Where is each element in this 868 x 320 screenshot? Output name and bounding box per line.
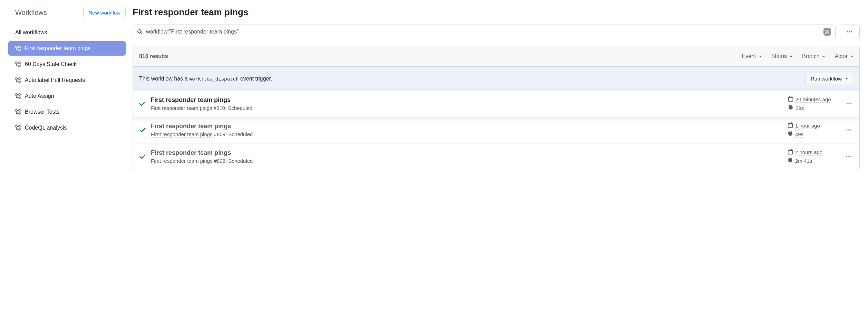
run-workflow-name: First responder team pings bbox=[151, 158, 212, 164]
workflow-icon bbox=[15, 62, 21, 67]
results-panel: 810 results Event Status Branch Actor Th… bbox=[133, 46, 860, 170]
run-title: First responder team pings bbox=[151, 96, 783, 104]
workflow-icon bbox=[15, 93, 21, 99]
sidebar-item-label: CodeQL analysis bbox=[25, 125, 67, 131]
check-icon bbox=[139, 126, 146, 133]
run-menu-button[interactable] bbox=[845, 99, 853, 108]
sidebar-workflow-item[interactable]: First responder team pings bbox=[8, 41, 126, 56]
sidebar-item-label: First responder team pings bbox=[25, 45, 90, 51]
run-workflow-button[interactable]: Run workflow bbox=[806, 73, 853, 84]
run-row[interactable]: First responder team pingsFirst responde… bbox=[133, 91, 860, 117]
svg-rect-13 bbox=[19, 110, 20, 111]
svg-rect-14 bbox=[19, 113, 20, 114]
svg-point-28 bbox=[848, 156, 849, 157]
sidebar-item-label: Browser Tests bbox=[25, 109, 59, 115]
run-row[interactable]: First responder team pingsFirst responde… bbox=[133, 143, 859, 170]
svg-rect-15 bbox=[16, 125, 17, 127]
workflow-icon bbox=[15, 46, 21, 51]
workflow-icon bbox=[15, 77, 21, 83]
svg-rect-5 bbox=[19, 65, 20, 67]
run-body: First responder team pingsFirst responde… bbox=[151, 123, 783, 137]
run-body: First responder team pingsFirst responde… bbox=[151, 149, 783, 164]
page-title: First responder team pings bbox=[133, 7, 860, 18]
svg-point-26 bbox=[850, 129, 851, 130]
sidebar-workflow-item[interactable]: 60 Days Stale Check bbox=[8, 57, 126, 72]
run-body: First responder team pingsFirst responde… bbox=[151, 96, 783, 111]
run-subtitle: First responder team pings #808: Schedul… bbox=[151, 158, 783, 164]
stopwatch-icon bbox=[788, 158, 793, 164]
workflow-menu-button[interactable] bbox=[840, 25, 860, 39]
run-time-ago: 1 hour ago bbox=[795, 123, 820, 129]
filter-branch[interactable]: Branch bbox=[802, 53, 825, 59]
workflow-icon bbox=[15, 125, 21, 131]
filter-actor[interactable]: Actor bbox=[835, 53, 853, 59]
run-duration: 49s bbox=[795, 131, 803, 138]
svg-point-22 bbox=[848, 103, 849, 104]
run-suffix: #809: Scheduled bbox=[212, 131, 253, 137]
sidebar-workflow-item[interactable]: CodeQL analysis bbox=[8, 121, 126, 135]
run-meta: 1 hour ago49s bbox=[788, 122, 839, 138]
new-workflow-button[interactable]: New workflow bbox=[83, 7, 126, 18]
run-menu-button[interactable] bbox=[844, 125, 853, 134]
results-count: 810 results bbox=[139, 53, 168, 59]
run-time-ago: 20 minutes ago bbox=[795, 96, 831, 103]
sidebar-item-label: Auto Assign bbox=[25, 93, 54, 99]
sidebar-item-all-workflows[interactable]: All workflows bbox=[8, 25, 126, 40]
sidebar-item-label: All workflows bbox=[15, 29, 47, 36]
run-meta: 20 minutes ago29s bbox=[788, 96, 840, 111]
stopwatch-icon bbox=[788, 105, 793, 111]
calendar-icon bbox=[788, 149, 793, 156]
dispatch-text-suffix: event trigger. bbox=[240, 76, 272, 82]
sidebar: Workflows New workflow All workflows Fir… bbox=[8, 7, 133, 170]
svg-point-24 bbox=[846, 129, 847, 130]
sidebar-title: Workflows bbox=[15, 9, 47, 17]
stopwatch-icon bbox=[788, 131, 793, 138]
run-subtitle: First responder team pings #809: Schedul… bbox=[151, 131, 783, 137]
svg-rect-4 bbox=[19, 62, 20, 64]
svg-point-29 bbox=[850, 156, 851, 157]
svg-point-19 bbox=[849, 31, 850, 32]
calendar-icon bbox=[788, 96, 793, 103]
run-title: First responder team pings bbox=[151, 149, 783, 157]
svg-rect-17 bbox=[19, 129, 20, 130]
sidebar-item-label: 60 Days Stale Check bbox=[25, 61, 76, 67]
run-menu-button[interactable] bbox=[844, 152, 853, 161]
svg-point-23 bbox=[850, 103, 851, 104]
svg-point-21 bbox=[847, 103, 848, 104]
svg-rect-9 bbox=[16, 94, 17, 95]
clear-search-button[interactable] bbox=[823, 28, 831, 36]
svg-point-25 bbox=[848, 129, 849, 130]
run-duration: 29s bbox=[795, 105, 804, 111]
run-suffix: #810: Scheduled bbox=[212, 105, 252, 111]
svg-rect-1 bbox=[19, 46, 20, 48]
run-workflow-label: Run workflow bbox=[811, 76, 842, 82]
svg-rect-8 bbox=[19, 81, 20, 83]
run-row[interactable]: First responder team pingsFirst responde… bbox=[133, 117, 859, 143]
sidebar-workflow-item[interactable]: Browser Tests bbox=[8, 105, 126, 119]
svg-point-20 bbox=[851, 31, 852, 32]
search-input[interactable] bbox=[146, 29, 823, 35]
filter-event[interactable]: Event bbox=[742, 53, 762, 59]
run-title: First responder team pings bbox=[151, 123, 783, 130]
check-icon bbox=[139, 153, 146, 160]
search-box[interactable] bbox=[133, 25, 836, 39]
main-content: First responder team pings 810 results E… bbox=[133, 7, 860, 170]
filter-status[interactable]: Status bbox=[771, 53, 792, 59]
run-duration: 2m 41s bbox=[795, 158, 812, 164]
svg-rect-0 bbox=[16, 46, 17, 48]
svg-rect-2 bbox=[19, 49, 20, 51]
sidebar-workflow-item[interactable]: Auto Assign bbox=[8, 89, 126, 103]
run-subtitle: First responder team pings #810: Schedul… bbox=[151, 105, 783, 111]
dispatch-code: workflow_dispatch bbox=[189, 76, 239, 82]
svg-point-18 bbox=[847, 31, 848, 32]
run-meta: 2 hours ago2m 41s bbox=[788, 149, 839, 164]
sidebar-workflow-item[interactable]: Auto label Pull Requests bbox=[8, 73, 126, 87]
svg-rect-6 bbox=[16, 78, 17, 79]
run-workflow-name: First responder team pings bbox=[151, 105, 212, 111]
svg-rect-3 bbox=[16, 62, 17, 64]
svg-rect-10 bbox=[19, 94, 20, 95]
calendar-icon bbox=[788, 122, 793, 129]
run-time-ago: 2 hours ago bbox=[795, 149, 822, 156]
dispatch-text-prefix: This workflow has a bbox=[139, 76, 189, 82]
svg-rect-12 bbox=[16, 110, 17, 111]
